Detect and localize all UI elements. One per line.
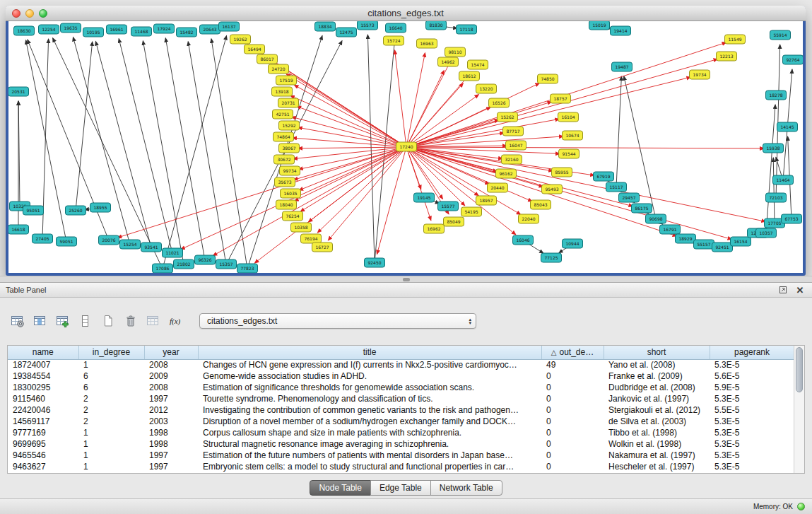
table-row[interactable]: 946554611997Estimation of the future num… — [8, 450, 794, 461]
graph-node[interactable]: 12213 — [717, 52, 737, 61]
table-cell[interactable]: Estimation of significance thresholds fo… — [198, 382, 541, 393]
table-cell[interactable]: 1997 — [144, 461, 198, 472]
graph-node[interactable]: 20076 — [99, 235, 119, 245]
table-cell[interactable]: Embryonic stem cells: a model to study s… — [198, 461, 541, 472]
graph-node[interactable]: 81830 — [426, 21, 447, 30]
graph-node[interactable]: 96162 — [496, 169, 517, 178]
table-cell[interactable]: 9463627 — [8, 461, 78, 472]
graph-node[interactable]: 85049 — [444, 217, 464, 226]
citation-edge-black[interactable] — [766, 105, 775, 233]
graph-node[interactable]: 92764 — [783, 55, 804, 64]
graph-node[interactable]: 19734 — [690, 70, 710, 79]
network-canvas[interactable]: 1724019262164948601724720175191391820731… — [8, 21, 803, 273]
table-settings-button[interactable] — [8, 312, 27, 330]
table-row[interactable]: 946362711997Embryonic stem cells: a mode… — [8, 461, 794, 472]
graph-node[interactable]: 54195 — [461, 207, 482, 216]
graph-node[interactable]: 10674 — [563, 131, 583, 140]
graph-node[interactable]: 85955 — [552, 168, 572, 177]
table-cell[interactable]: 5.3E-5 — [710, 416, 794, 427]
table-cell[interactable]: 2003 — [144, 416, 198, 427]
graph-node[interactable]: 15938 — [763, 144, 784, 153]
scrollbar-thumb[interactable] — [796, 347, 803, 392]
table-cell[interactable]: 5.3E-5 — [710, 393, 794, 404]
graph-node[interactable]: 15482 — [177, 28, 197, 37]
row-tools-button[interactable] — [76, 312, 95, 330]
splitter-grip-icon[interactable] — [403, 278, 410, 281]
table-cell[interactable]: 14569117 — [8, 416, 78, 427]
table-cell[interactable]: 19384554 — [8, 370, 78, 382]
network-view[interactable]: 1724019262164948601724720175191391820731… — [8, 21, 803, 273]
citation-edge-black[interactable] — [616, 76, 621, 187]
graph-node[interactable]: 92450 — [365, 258, 385, 267]
table-cell[interactable]: Dudbridge et al. (2008) — [604, 382, 710, 393]
graph-node[interactable]: 74864 — [273, 132, 294, 141]
citation-edge-black[interactable] — [188, 42, 226, 264]
citation-edge-red[interactable] — [299, 147, 406, 190]
graph-node[interactable]: 12254 — [39, 25, 59, 34]
table-cell[interactable]: 5.3E-5 — [710, 359, 794, 370]
graph-node[interactable]: 17240 — [396, 142, 417, 151]
graph-node[interactable]: 20731 — [278, 98, 299, 107]
citation-edge-red[interactable] — [406, 136, 563, 147]
graph-node[interactable]: 21802 — [174, 259, 194, 269]
citation-edge-red[interactable] — [406, 147, 764, 148]
table-cell[interactable]: 1 — [78, 438, 144, 450]
graph-node[interactable]: 15577 — [438, 201, 459, 211]
float-panel-icon[interactable] — [777, 284, 789, 296]
table-cell[interactable]: 1998 — [144, 438, 198, 450]
table-cell[interactable]: 0 — [541, 382, 604, 393]
graph-node[interactable]: 18955 — [90, 203, 111, 212]
citation-edge-red[interactable] — [377, 147, 406, 254]
graph-node[interactable]: 17924 — [154, 24, 175, 33]
table-cell[interactable]: Stergiakouli et al. (2012) — [604, 404, 710, 416]
graph-node[interactable]: 16154 — [731, 237, 751, 246]
graph-node[interactable]: 15254 — [120, 240, 141, 249]
graph-node[interactable]: 22040 — [519, 214, 539, 223]
table-cell[interactable]: Disruption of a novel member of a sodium… — [198, 416, 541, 427]
graph-node[interactable]: 15357 — [216, 259, 237, 269]
table-cell[interactable]: 0 — [541, 416, 604, 427]
graph-node[interactable]: 99734 — [280, 166, 300, 175]
table-cell[interactable]: Investigating the contribution of common… — [198, 404, 541, 416]
graph-node[interactable]: 91544 — [559, 149, 579, 158]
graph-node[interactable]: 93541 — [141, 243, 162, 252]
citation-edge-black[interactable] — [143, 41, 184, 264]
graph-node[interactable]: 19414 — [611, 26, 631, 35]
graph-node[interactable]: 90698 — [646, 214, 666, 223]
table-cell[interactable]: 1 — [78, 427, 144, 438]
citation-edge-black[interactable] — [776, 45, 780, 198]
tab-edge-table[interactable]: Edge Table — [370, 480, 431, 496]
graph-node[interactable]: 18834 — [315, 22, 336, 31]
graph-node[interactable]: 16035 — [281, 189, 301, 198]
citation-edge-red[interactable] — [406, 147, 421, 189]
graph-node[interactable]: 24720 — [269, 64, 289, 74]
graph-node[interactable]: 96326 — [195, 255, 216, 264]
column-header-title[interactable]: title — [198, 346, 541, 359]
column-header-name[interactable]: name — [8, 346, 78, 359]
table-cell[interactable]: Franke et al. (2009) — [604, 370, 710, 382]
graph-node[interactable]: 15474 — [468, 60, 488, 69]
table-row[interactable]: 977716911998Corpus callosum shape and si… — [8, 427, 794, 438]
table-cell[interactable]: 1 — [78, 461, 144, 472]
table-cell[interactable]: Estimation of the future numbers of pati… — [198, 450, 541, 461]
graph-node[interactable]: 59051 — [57, 237, 77, 246]
graph-node[interactable]: 20643 — [200, 25, 220, 34]
table-cell[interactable]: 9777169 — [8, 427, 78, 438]
graph-node[interactable]: 15117 — [606, 182, 627, 192]
table-cell[interactable]: Changes of HCN gene expression and I(f) … — [198, 359, 541, 370]
citation-edge-black[interactable] — [367, 35, 375, 263]
graph-node[interactable]: 18630 — [14, 26, 35, 35]
graph-node[interactable]: 19487 — [612, 62, 632, 71]
table-cell[interactable]: Jankovic et al. (1997) — [604, 393, 710, 404]
graph-node[interactable]: 16047 — [506, 141, 526, 150]
table-cell[interactable]: 9115460 — [8, 393, 78, 404]
graph-node[interactable]: 18757 — [551, 94, 571, 103]
citation-edge-black[interactable] — [76, 42, 93, 211]
graph-node[interactable]: 17519 — [276, 76, 297, 85]
graph-node[interactable]: 15019 — [589, 21, 610, 30]
citation-edge-red[interactable] — [406, 147, 765, 221]
graph-node[interactable]: 16046 — [513, 235, 534, 245]
table-cell[interactable]: 2 — [78, 404, 144, 416]
graph-node[interactable]: 55914 — [770, 30, 791, 40]
column-header-in_degree[interactable]: in_degree — [78, 346, 144, 359]
